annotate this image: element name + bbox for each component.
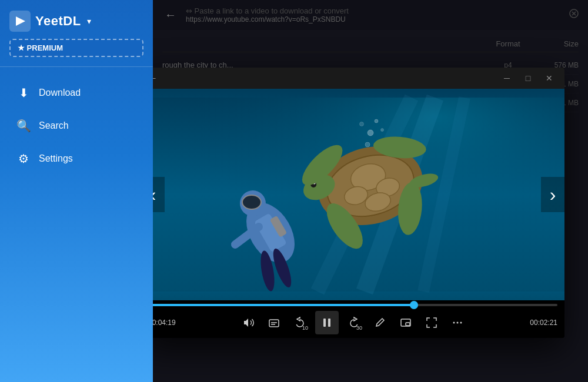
sidebar-item-download[interactable]: ⬇ Download	[5, 78, 148, 108]
sidebar-divider	[0, 66, 153, 67]
search-icon: 🔍	[16, 119, 31, 133]
sidebar-item-label-search: Search	[39, 120, 69, 131]
logo-chevron-icon: ▾	[87, 16, 91, 26]
sidebar-item-settings[interactable]: ⚙ Settings	[5, 143, 148, 174]
time-current: 00:04:19	[153, 319, 176, 327]
subtitles-button[interactable]	[263, 312, 285, 333]
svg-rect-40	[323, 319, 326, 327]
svg-point-11	[365, 142, 370, 147]
player-next-button[interactable]: ›	[541, 177, 564, 212]
skip-back-label: 10	[302, 325, 308, 331]
svg-rect-43	[406, 323, 410, 326]
play-pause-button[interactable]	[315, 311, 339, 334]
svg-rect-37	[269, 320, 279, 327]
svg-rect-41	[328, 319, 330, 327]
player-back-button[interactable]: ←	[153, 73, 158, 83]
app-window: YeetDL ▾ ★ PREMIUM ⬇ Download 🔍 Search ⚙…	[0, 0, 588, 382]
main-content: ← ⇔ Paste a link to a video to download …	[153, 0, 588, 382]
player-prev-button[interactable]: ‹	[153, 177, 165, 212]
logo-icon	[9, 11, 31, 32]
sidebar-item-label-download: Download	[39, 88, 81, 98]
progress-bar[interactable]	[153, 304, 557, 306]
sidebar: YeetDL ▾ ★ PREMIUM ⬇ Download 🔍 Search ⚙…	[0, 0, 153, 382]
svg-point-33	[242, 195, 261, 209]
premium-badge[interactable]: ★ PREMIUM	[9, 39, 143, 57]
media-player: ← ─ □ ✕	[153, 68, 564, 338]
video-area: ‹ ›	[153, 89, 564, 300]
download-icon: ⬇	[16, 86, 31, 100]
svg-point-44	[453, 322, 455, 324]
controls-left: 00:04:19	[153, 319, 176, 327]
sidebar-item-label-settings: Settings	[39, 153, 73, 164]
video-content	[153, 89, 564, 300]
player-window-controls: ─ □ ✕	[499, 70, 557, 86]
more-button[interactable]	[447, 312, 468, 333]
controls-center: 10	[238, 311, 468, 334]
modal-overlay: ← ─ □ ✕	[153, 0, 588, 382]
player-close-button[interactable]: ✕	[541, 70, 557, 86]
player-controls: 00:04:19	[153, 300, 564, 338]
sidebar-logo[interactable]: YeetDL ▾	[0, 0, 153, 39]
pen-button[interactable]	[369, 312, 390, 333]
logo-text: YeetDL	[35, 14, 81, 29]
time-remaining: 00:02:21	[530, 319, 557, 327]
svg-point-46	[460, 322, 462, 324]
controls-row: 00:04:19	[153, 311, 557, 334]
svg-point-10	[375, 119, 378, 123]
settings-icon: ⚙	[16, 152, 31, 166]
svg-point-13	[360, 122, 364, 126]
skip-back-button[interactable]: 10	[289, 312, 310, 333]
progress-bar-fill	[153, 304, 414, 306]
volume-button[interactable]	[238, 312, 259, 333]
svg-marker-0	[16, 16, 25, 26]
maximize-button[interactable]: □	[520, 70, 536, 86]
premium-badge-label: ★ PREMIUM	[18, 43, 63, 52]
skip-forward-label: 30	[356, 325, 362, 331]
sidebar-item-search[interactable]: 🔍 Search	[5, 110, 148, 141]
controls-right: 00:02:21	[530, 319, 557, 327]
svg-point-45	[457, 322, 459, 324]
minimize-button[interactable]: ─	[499, 70, 515, 86]
svg-point-9	[368, 130, 373, 136]
pip-button[interactable]	[395, 312, 416, 333]
svg-point-12	[381, 129, 384, 132]
sidebar-nav: ⬇ Download 🔍 Search ⚙ Settings	[0, 72, 153, 180]
player-title-bar: ← ─ □ ✕	[153, 68, 564, 89]
skip-forward-button[interactable]: 30	[343, 312, 365, 333]
progress-thumb	[410, 301, 418, 309]
fullscreen-button[interactable]	[421, 312, 442, 333]
underwater-scene	[153, 89, 564, 300]
